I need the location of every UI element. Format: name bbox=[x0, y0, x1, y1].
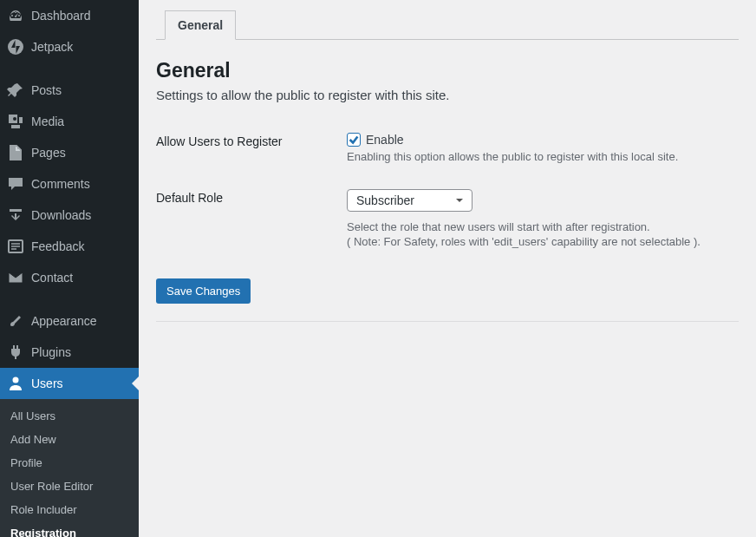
role-description: Select the role that new users will star… bbox=[347, 220, 739, 233]
menu-label: Contact bbox=[31, 271, 73, 285]
submenu-all-users[interactable]: All Users bbox=[0, 404, 139, 428]
menu-label: Media bbox=[31, 115, 64, 128]
plug-icon bbox=[7, 344, 24, 361]
feedback-icon bbox=[7, 238, 24, 255]
menu-dashboard[interactable]: Dashboard bbox=[0, 0, 139, 31]
menu-contact[interactable]: Contact bbox=[0, 262, 139, 293]
submenu-add-new[interactable]: Add New bbox=[0, 428, 139, 451]
menu-label: Comments bbox=[31, 177, 90, 191]
menu-media[interactable]: Media bbox=[0, 106, 139, 137]
svg-point-3 bbox=[13, 377, 19, 383]
menu-users[interactable]: Users bbox=[0, 368, 139, 399]
menu-label: Appearance bbox=[31, 314, 97, 328]
menu-label: Jetpack bbox=[31, 40, 73, 54]
menu-posts[interactable]: Posts bbox=[0, 75, 139, 106]
enable-checkbox-row[interactable]: Enable bbox=[347, 133, 739, 147]
tab-general[interactable]: General bbox=[165, 10, 236, 40]
menu-label: Downloads bbox=[31, 208, 91, 222]
submenu-user-role-editor[interactable]: User Role Editor bbox=[0, 475, 139, 498]
menu-downloads[interactable]: Downloads bbox=[0, 200, 139, 231]
media-icon bbox=[7, 113, 24, 130]
submenu-profile[interactable]: Profile bbox=[0, 451, 139, 475]
menu-label: Posts bbox=[31, 83, 62, 97]
submenu-role-includer[interactable]: Role Includer bbox=[0, 498, 139, 521]
menu-label: Pages bbox=[31, 146, 66, 160]
mail-icon bbox=[7, 269, 24, 286]
settings-form: Allow Users to Register Enable Enabling … bbox=[156, 120, 739, 261]
menu-feedback[interactable]: Feedback bbox=[0, 231, 139, 262]
menu-comments[interactable]: Comments bbox=[0, 168, 139, 200]
submenu-users: All Users Add New Profile User Role Edit… bbox=[0, 399, 139, 537]
menu-plugins[interactable]: Plugins bbox=[0, 337, 139, 368]
svg-point-1 bbox=[13, 117, 16, 121]
pin-icon bbox=[7, 82, 24, 99]
menu-jetpack[interactable]: Jetpack bbox=[0, 31, 139, 62]
svg-point-0 bbox=[8, 39, 23, 55]
tab-bar: General bbox=[156, 10, 739, 40]
allow-register-label: Allow Users to Register bbox=[156, 133, 347, 148]
brush-icon bbox=[7, 312, 24, 330]
menu-label: Feedback bbox=[31, 239, 84, 253]
download-icon bbox=[7, 206, 24, 224]
enable-description: Enabling this option allows the public t… bbox=[347, 150, 739, 163]
main-content: General General Settings to allow the pu… bbox=[139, 0, 756, 537]
default-role-select[interactable]: Subscriber bbox=[347, 189, 472, 212]
dashboard-icon bbox=[7, 7, 24, 24]
admin-sidebar: Dashboard Jetpack Posts Media Pages Comm… bbox=[0, 0, 139, 537]
save-button[interactable]: Save Changes bbox=[156, 278, 251, 304]
submenu-registration[interactable]: Registration bbox=[0, 521, 139, 537]
page-subtitle: Settings to allow the public to register… bbox=[156, 88, 739, 102]
enable-label: Enable bbox=[366, 133, 404, 147]
jetpack-icon bbox=[7, 38, 24, 56]
comment-icon bbox=[7, 175, 24, 193]
default-role-label: Default Role bbox=[156, 189, 347, 205]
enable-checkbox[interactable] bbox=[347, 133, 361, 147]
menu-pages[interactable]: Pages bbox=[0, 137, 139, 168]
menu-label: Plugins bbox=[31, 345, 71, 359]
page-title: General bbox=[156, 59, 739, 82]
user-icon bbox=[7, 375, 24, 392]
menu-label: Users bbox=[31, 377, 63, 390]
menu-label: Dashboard bbox=[31, 9, 91, 23]
role-note: ( Note: For Safety, roles with 'edit_use… bbox=[347, 235, 739, 248]
pages-icon bbox=[7, 144, 24, 161]
menu-appearance[interactable]: Appearance bbox=[0, 305, 139, 337]
